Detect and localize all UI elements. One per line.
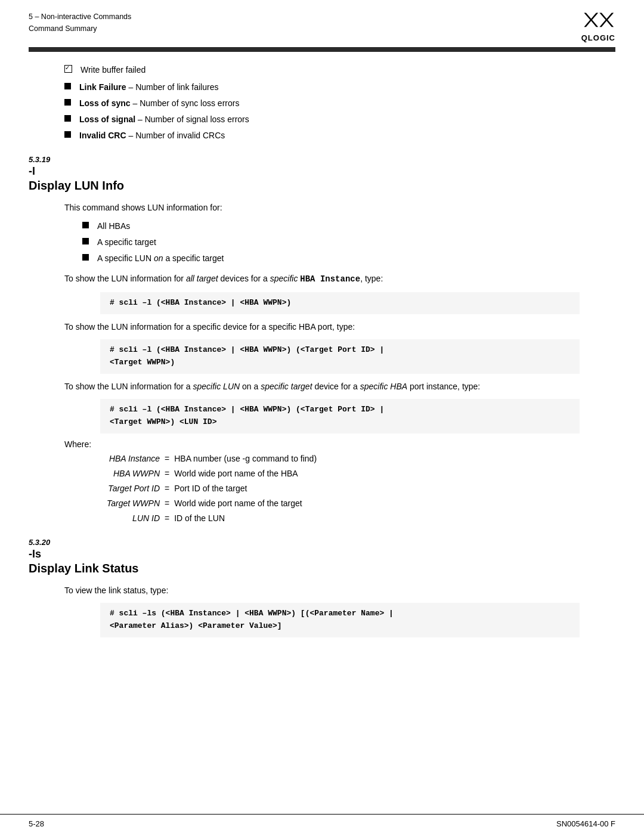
param-name-1: HBA WWPN	[82, 467, 160, 480]
param-row-1: HBA WWPN = World wide port name of the H…	[82, 467, 615, 480]
logo-text: QLOGIC	[581, 33, 615, 42]
bullet-item-1: Loss of sync – Number of sync loss error…	[29, 97, 615, 110]
bullet-text-1: Loss of sync – Number of sync loss error…	[79, 97, 239, 110]
square-bullet-icon-2	[64, 115, 71, 122]
param-desc-0: HBA number (use -g command to find)	[174, 453, 615, 465]
section1-intro: This command shows LUN information for:	[29, 201, 615, 214]
check-bullet-section: Write buffer failed	[29, 64, 615, 76]
square-bullet-list-0	[82, 222, 89, 228]
section1-number: 5.3.19	[29, 155, 615, 164]
param-table: HBA Instance = HBA number (use -g comman…	[64, 453, 615, 525]
section1-para1: To show the LUN information for all targ…	[29, 272, 615, 286]
square-bullet-list-1	[82, 238, 89, 244]
square-bullet-icon-1	[64, 99, 71, 106]
section2-cmd: -ls	[29, 548, 615, 561]
section2-code1: # scli –ls (<HBA Instance> | <HBA WWPN>)…	[100, 603, 580, 637]
section1-code3: # scli –l (<HBA Instance> | <HBA WWPN>) …	[100, 399, 580, 433]
header-line1: 5 – Non-interactive Commands	[29, 11, 131, 23]
param-name-2: Target Port ID	[82, 482, 160, 495]
square-bullet-icon-3	[64, 131, 71, 138]
where-label: Where:	[64, 439, 615, 449]
section1-title: Display LUN Info	[29, 179, 615, 193]
param-desc-4: ID of the LUN	[174, 512, 615, 525]
param-name-0: HBA Instance	[82, 453, 160, 465]
bullet-text-2: Loss of signal – Number of signal loss e…	[79, 113, 249, 126]
param-eq-4: =	[165, 512, 169, 525]
section1-code2: # scli –l (<HBA Instance> | <HBA WWPN>) …	[100, 339, 580, 374]
footer: 5-28 SN0054614-00 F	[0, 814, 644, 833]
param-eq-3: =	[165, 497, 169, 510]
section1-list-item-1: A specific target	[29, 236, 615, 249]
square-bullets-section: Link Failure – Number of link failures L…	[29, 81, 615, 142]
top-rule	[29, 47, 615, 52]
square-bullet-icon-0	[64, 83, 71, 89]
param-eq-0: =	[165, 453, 169, 465]
param-row-0: HBA Instance = HBA number (use -g comman…	[82, 453, 615, 465]
square-bullet-list-2	[82, 254, 89, 261]
footer-right: SN0054614-00 F	[556, 819, 615, 828]
footer-left: 5-28	[29, 819, 44, 828]
section1-para3: To show the LUN information for a specif…	[29, 380, 615, 393]
section1-code1: # scli –l (<HBA Instance> | <HBA WWPN>)	[100, 292, 580, 314]
bullet-item-2: Loss of signal – Number of signal loss e…	[29, 113, 615, 126]
bullet-item-3: Invalid CRC – Number of invalid CRCs	[29, 129, 615, 142]
param-row-3: Target WWPN = World wide port name of th…	[82, 497, 615, 510]
header-right: QLOGIC	[581, 11, 615, 42]
param-desc-2: Port ID of the target	[174, 482, 615, 495]
param-desc-1: World wide port name of the HBA	[174, 467, 615, 480]
check-bullet-icon	[64, 65, 72, 73]
param-name-4: LUN ID	[82, 512, 160, 525]
section2-title: Display Link Status	[29, 562, 615, 575]
header-left: 5 – Non-interactive Commands Command Sum…	[29, 11, 131, 35]
check-bullet-text: Write buffer failed	[80, 64, 145, 76]
where-section: Where: HBA Instance = HBA number (use -g…	[29, 439, 615, 525]
section1-list-item-2: A specific LUN on a specific target	[29, 252, 615, 265]
main-content: Write buffer failed Link Failure – Numbe…	[0, 52, 644, 814]
param-name-3: Target WWPN	[82, 497, 160, 510]
header-line2: Command Summary	[29, 23, 131, 35]
bullet-text-3: Invalid CRC – Number of invalid CRCs	[79, 129, 225, 142]
section1-para2: To show the LUN information for a specif…	[29, 320, 615, 333]
check-bullet-item: Write buffer failed	[29, 64, 615, 76]
bullet-item-0: Link Failure – Number of link failures	[29, 81, 615, 94]
param-eq-1: =	[165, 467, 169, 480]
page-container: 5 – Non-interactive Commands Command Sum…	[0, 0, 644, 833]
section2-intro: To view the link status, type:	[29, 584, 615, 597]
param-row-2: Target Port ID = Port ID of the target	[82, 482, 615, 495]
bullet-text-0: Link Failure – Number of link failures	[79, 81, 218, 94]
section1-list-item-0: All HBAs	[29, 220, 615, 233]
param-eq-2: =	[165, 482, 169, 495]
param-desc-3: World wide port name of the target	[174, 497, 615, 510]
section2-number: 5.3.20	[29, 538, 615, 547]
header: 5 – Non-interactive Commands Command Sum…	[0, 0, 644, 42]
param-row-4: LUN ID = ID of the LUN	[82, 512, 615, 525]
qlogic-logo-icon	[582, 11, 615, 32]
section1-cmd: -l	[29, 165, 615, 178]
